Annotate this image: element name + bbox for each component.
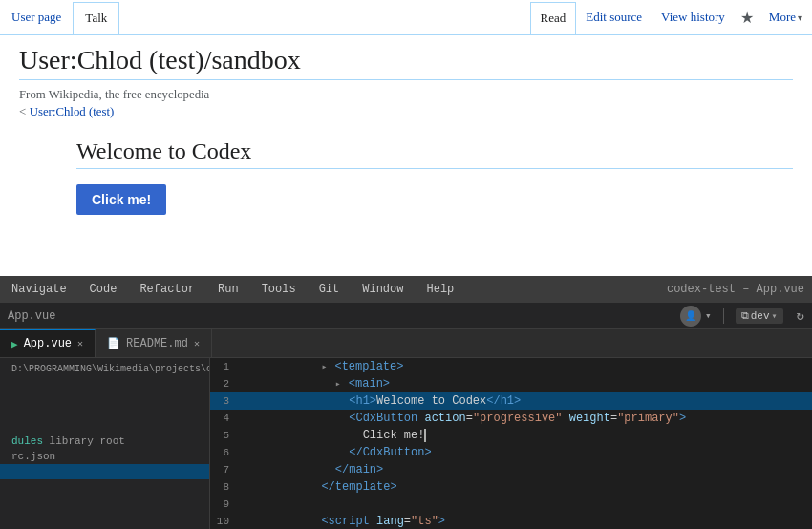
code-lines: 1 ▸ <template> 2 ▸ <main> 3 <h1>Welcome … (210, 358, 812, 529)
ide-title-icons: 👤 ▾ ⧉ dev ▾ ↻ (680, 306, 804, 327)
menu-help[interactable]: Help (422, 281, 458, 298)
menu-run[interactable]: Run (214, 281, 243, 298)
menu-refactor[interactable]: Refactor (136, 281, 199, 298)
ide-panel: Navigate Code Refactor Run Tools Git Win… (0, 276, 812, 529)
readme-icon: 📄 (107, 337, 120, 349)
breadcrumb: < User:Chlod (test) (19, 104, 793, 119)
welcome-section: Welcome to Codex Click me! (19, 138, 793, 215)
tab-talk[interactable]: Talk (73, 2, 119, 34)
page-content: User:Chlod (test)/sandbox From Wikipedia… (0, 35, 812, 224)
ide-sidebar: D:\PROGRAMMING\Wikimedia\projects\c dule… (0, 358, 210, 529)
chevron-down-icon: ▾ (798, 12, 802, 23)
ide-tabs: ▶ App.vue ✕ 📄 README.md ✕ (0, 329, 812, 358)
menu-navigate[interactable]: Navigate (8, 281, 71, 298)
branch-chevron: ▾ (772, 310, 778, 322)
action-edit-source[interactable]: Edit source (576, 2, 652, 32)
tab-app-vue[interactable]: ▶ App.vue ✕ (0, 329, 96, 357)
branch-name: dev (751, 310, 770, 322)
star-icon[interactable]: ★ (735, 1, 759, 34)
top-navigation: User page Talk Read Edit source View his… (0, 0, 812, 35)
from-wikipedia: From Wikipedia, the free encyclopedia (19, 88, 793, 102)
refresh-icon[interactable]: ↻ (797, 307, 804, 324)
branch-icon: ⧉ (741, 310, 749, 322)
divider (723, 308, 724, 324)
sidebar-rcjson[interactable]: rc.json (0, 449, 209, 464)
back-link[interactable]: User:Chlod (test) (30, 105, 115, 118)
ide-title: codex-test – App.vue (667, 283, 804, 296)
ide-titlebar: App.vue 👤 ▾ ⧉ dev ▾ ↻ (0, 303, 812, 329)
ide-filename: App.vue (8, 309, 680, 323)
user-icon[interactable]: 👤 (680, 306, 701, 327)
page-title: User:Chlod (test)/sandbox (19, 45, 793, 80)
vue-icon: ▶ (11, 338, 18, 350)
menu-code[interactable]: Code (86, 281, 121, 298)
menu-tools[interactable]: Tools (258, 281, 300, 298)
welcome-heading: Welcome to Codex (76, 138, 793, 169)
action-view-history[interactable]: View history (652, 2, 735, 32)
tab-app-vue-label: App.vue (24, 337, 72, 350)
more-button[interactable]: More ▾ (759, 2, 812, 32)
ide-menubar: Navigate Code Refactor Run Tools Git Win… (0, 276, 812, 303)
more-label: More (769, 10, 796, 25)
tab-readme-close[interactable]: ✕ (194, 338, 200, 349)
action-read[interactable]: Read (530, 2, 577, 34)
tab-readme-label: README.md (126, 337, 188, 350)
nav-right-actions: Read Edit source View history ★ More ▾ (530, 0, 812, 34)
code-line-8: 8 </template> (210, 478, 812, 496)
sidebar-path[interactable]: D:\PROGRAMMING\Wikimedia\projects\c (0, 362, 209, 376)
tab-user-page[interactable]: User page (0, 2, 73, 32)
sidebar-modules[interactable]: dules library root (0, 434, 209, 449)
sidebar-blank[interactable] (0, 464, 209, 479)
tab-readme[interactable]: 📄 README.md ✕ (96, 329, 212, 357)
back-arrow: < (19, 105, 26, 118)
dropdown-arrow[interactable]: ▾ (705, 309, 712, 322)
nav-left-tabs: User page Talk (0, 0, 530, 34)
ide-branch-selector[interactable]: ⧉ dev ▾ (736, 308, 783, 324)
click-me-button[interactable]: Click me! (76, 184, 166, 215)
menu-window[interactable]: Window (358, 281, 407, 298)
menu-git[interactable]: Git (315, 281, 344, 298)
tab-app-vue-close[interactable]: ✕ (77, 338, 83, 349)
ide-body: D:\PROGRAMMING\Wikimedia\projects\c dule… (0, 358, 812, 529)
ide-editor[interactable]: 1 ▸ <template> 2 ▸ <main> 3 <h1>Welcome … (210, 358, 812, 529)
